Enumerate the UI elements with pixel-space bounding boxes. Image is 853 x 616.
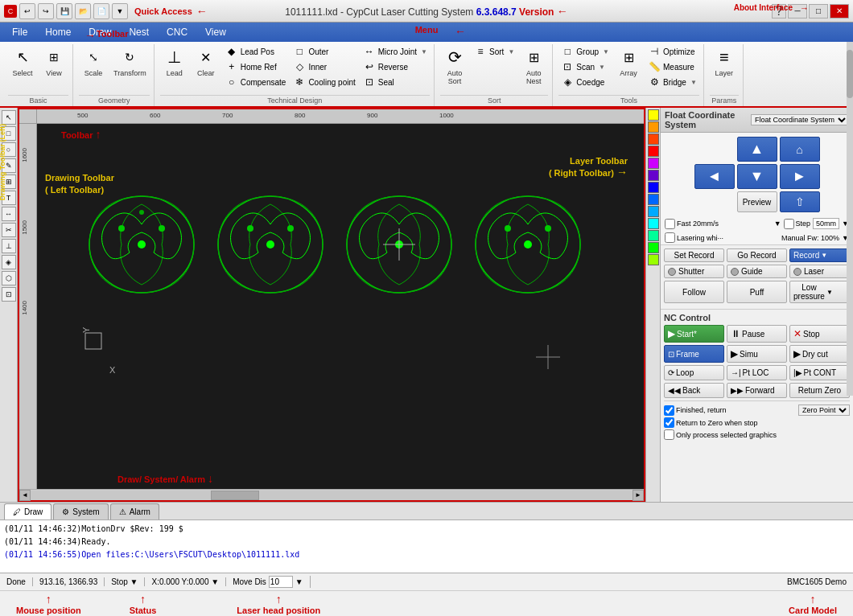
auto-nest-btn[interactable]: ⊞ AutoNest — [519, 44, 548, 87]
layer-color-1[interactable] — [648, 121, 659, 133]
menu-home[interactable]: Home — [37, 25, 79, 39]
return-zero-btn[interactable]: Return Zero — [789, 383, 850, 398]
menu-file[interactable]: File — [4, 25, 35, 39]
home-ref-btn[interactable]: + Home Ref — [223, 60, 289, 74]
tab-alarm[interactable]: ⚠ Alarm — [110, 503, 159, 519]
back-btn[interactable]: ◀◀ Back — [664, 383, 724, 398]
measure-btn[interactable]: 📏 Measure — [645, 60, 699, 74]
lasering-checkbox[interactable] — [665, 232, 675, 243]
nav-down-btn[interactable]: ▼ — [737, 164, 777, 189]
maximize-button[interactable]: □ — [809, 4, 828, 18]
tab-system[interactable]: ⚙ System — [53, 503, 108, 519]
scroll-track[interactable] — [31, 491, 633, 500]
nav-up-btn[interactable]: ▲ — [737, 137, 777, 162]
dry-cut-btn[interactable]: ▶ Dry cut — [789, 345, 850, 363]
follow-btn[interactable]: Follow — [664, 281, 724, 303]
layer-color-9[interactable] — [648, 218, 659, 229]
nav-z-up-btn[interactable]: ⇧ — [780, 191, 820, 212]
pt-loc-btn[interactable]: →| Pt LOC — [727, 365, 787, 380]
fast-checkbox[interactable] — [665, 219, 675, 229]
nav-left-btn[interactable]: ◄ — [694, 164, 735, 189]
auto-sort-btn[interactable]: ⟳ AutoSort — [440, 44, 469, 87]
preview-btn[interactable]: Preview — [737, 191, 777, 212]
start-btn[interactable]: ▶ Start* — [664, 325, 724, 343]
left-tool-11[interactable]: ⊡ — [2, 287, 16, 302]
scale-btn[interactable]: ⤡ Scale — [79, 44, 108, 79]
reverse-btn[interactable]: ↩ Reverse — [361, 60, 430, 74]
layer-color-7[interactable] — [648, 194, 659, 205]
go-record-btn[interactable]: Go Record — [727, 248, 787, 262]
left-tool-9[interactable]: ◈ — [2, 255, 16, 269]
close-button[interactable]: ✕ — [830, 4, 849, 18]
laser-btn[interactable]: Laser — [789, 265, 850, 278]
layer-color-12[interactable] — [648, 254, 659, 265]
scan-btn[interactable]: ⊡ Scan ▼ — [558, 60, 612, 74]
open-btn[interactable]: 📂 — [75, 3, 91, 19]
left-tool-7[interactable]: ✂ — [2, 223, 16, 237]
save-btn[interactable]: 💾 — [56, 3, 72, 19]
return-zero-checkbox[interactable] — [664, 417, 674, 428]
cooling-btn[interactable]: ❄ Cooling point — [291, 75, 357, 89]
sort-btn[interactable]: ≡ Sort ▼ — [472, 44, 517, 59]
layer-color-4[interactable] — [648, 158, 659, 169]
record-btn[interactable]: Record ▼ — [789, 248, 850, 262]
simu-btn[interactable]: ▶ Simu — [727, 345, 787, 363]
nav-home-btn[interactable]: ⌂ — [780, 137, 820, 162]
frame-btn[interactable]: ⊡ Frame — [664, 345, 724, 363]
menu-draw[interactable]: Draw — [80, 25, 119, 39]
zero-point-select[interactable]: Zero Point — [798, 405, 850, 416]
new-btn[interactable]: 📄 — [93, 3, 109, 19]
low-pressure-btn[interactable]: Lowpressure ▼ — [789, 281, 850, 303]
coord-system-dropdown[interactable]: Float Coordinate System — [751, 114, 849, 125]
lead-pos-btn[interactable]: ◆ Lead Pos — [223, 44, 289, 59]
micro-joint-btn[interactable]: ↔ Micro Joint ▼ — [361, 44, 430, 59]
finished-return-checkbox[interactable] — [664, 405, 674, 416]
left-tool-6[interactable]: ↔ — [2, 207, 16, 221]
scroll-left-btn[interactable]: ◄ — [19, 490, 31, 501]
lead-btn[interactable]: ⊥ Lead — [160, 44, 189, 79]
select-tool-btn[interactable]: ↖ Select — [8, 44, 37, 79]
move-dis-input[interactable] — [269, 576, 293, 588]
nav-right-btn[interactable]: ► — [780, 164, 820, 189]
layer-color-3[interactable] — [648, 146, 659, 157]
right-panel-scrollbar[interactable] — [847, 108, 853, 396]
guide-btn[interactable]: Guide — [727, 265, 787, 278]
layer-color-6[interactable] — [648, 182, 659, 193]
shutter-btn[interactable]: Shutter — [664, 265, 724, 278]
only-process-checkbox[interactable] — [664, 429, 674, 440]
redo-btn[interactable]: ↪ — [38, 3, 54, 19]
clear-btn[interactable]: ✕ Clear — [192, 44, 220, 79]
transform-btn[interactable]: ↻ Transform — [110, 44, 150, 79]
scroll-right-btn[interactable]: ► — [633, 490, 644, 501]
array-btn[interactable]: ⊞ Array — [614, 44, 643, 79]
tab-draw[interactable]: 🖊 Draw — [4, 503, 52, 519]
pause-btn[interactable]: ⏸ Pause — [727, 325, 787, 343]
pt-cont-btn[interactable]: |▶ Pt CONT — [789, 365, 850, 380]
left-tool-0[interactable]: ↖ — [2, 110, 16, 125]
layer-color-0[interactable] — [648, 109, 659, 121]
forward-btn[interactable]: ▶▶ Forward — [727, 383, 787, 398]
menu-view[interactable]: View — [197, 25, 234, 39]
seal-btn[interactable]: ⊡ Seal — [361, 75, 430, 89]
group-btn[interactable]: □ Group ▼ — [558, 44, 612, 59]
optimize-btn[interactable]: ⚙ Bridge ▼ — [645, 75, 699, 89]
layer-color-11[interactable] — [648, 242, 659, 253]
scroll-thumb[interactable] — [211, 491, 259, 500]
menu-cnc[interactable]: CNC — [159, 25, 196, 39]
loop-btn[interactable]: ⟳ Loop — [664, 365, 724, 380]
puff-btn[interactable]: Puff — [727, 281, 787, 303]
layer-color-10[interactable] — [648, 230, 659, 241]
left-tool-10[interactable]: ⬡ — [2, 271, 16, 285]
layer-color-5[interactable] — [648, 170, 659, 181]
set-record-btn[interactable]: Set Record — [664, 248, 724, 262]
step-checkbox[interactable] — [784, 219, 794, 229]
main-canvas[interactable]: Toolbar ↑ Drawing Toolbar( Left Toolbar)… — [37, 124, 644, 489]
undo-btn[interactable]: ↩ — [19, 3, 35, 19]
layer-color-2[interactable] — [648, 133, 659, 145]
coedge-btn[interactable]: ◈ Coedge — [558, 75, 612, 89]
bridge-btn[interactable]: ⊣ Optimize — [645, 44, 699, 59]
left-tool-8[interactable]: ⊥ — [2, 239, 16, 253]
stop-btn[interactable]: ✕ Stop — [789, 325, 850, 343]
layer-color-8[interactable] — [648, 206, 659, 217]
compensate-btn[interactable]: ○ Compensate — [223, 75, 289, 89]
